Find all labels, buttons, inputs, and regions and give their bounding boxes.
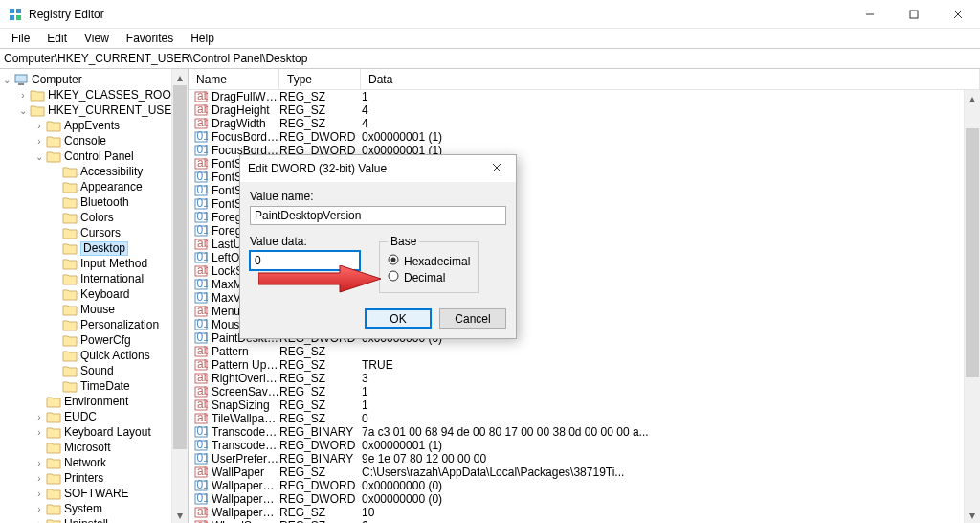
tree-item-input-method[interactable]: ·Input Method [0, 256, 188, 271]
scroll-down-icon[interactable]: ▾ [172, 507, 188, 523]
chevron-right-icon[interactable]: › [33, 504, 46, 514]
chevron-right-icon[interactable]: › [33, 458, 46, 468]
reg-sz-icon: ab [194, 90, 210, 103]
tree-item-computer[interactable]: ⌄Computer [0, 72, 188, 87]
close-button[interactable] [936, 0, 980, 29]
tree-item-environment[interactable]: ·Environment [0, 394, 188, 409]
value-data-field[interactable] [250, 251, 360, 270]
cancel-button[interactable]: Cancel [439, 308, 506, 329]
folder-icon [46, 135, 61, 148]
col-type[interactable]: Type [279, 69, 361, 89]
tree-item-system[interactable]: ›System [0, 501, 188, 516]
tree-item-bluetooth[interactable]: ·Bluetooth [0, 194, 188, 210]
tree-item-software[interactable]: ›SOFTWARE [0, 486, 188, 501]
col-data[interactable]: Data [361, 69, 980, 89]
list-row[interactable]: abTileWallpaperREG_SZ0 [189, 412, 980, 425]
tree-item-uninstall[interactable]: ›Uninstall [0, 516, 188, 523]
chevron-right-icon[interactable]: › [33, 136, 46, 147]
menu-file[interactable]: File [4, 30, 37, 47]
tree-item-cursors[interactable]: ·Cursors [0, 225, 188, 240]
chevron-right-icon[interactable]: › [33, 427, 46, 438]
tree-item-accessibility[interactable]: ·Accessibility [0, 164, 188, 179]
tree-item-hkey_current_user[interactable]: ⌄HKEY_CURRENT_USER [0, 102, 188, 118]
list-row[interactable]: abDragHeightREG_SZ4 [189, 103, 980, 117]
menu-help[interactable]: Help [183, 30, 222, 47]
value-type: REG_SZ [279, 519, 361, 523]
scroll-up-icon[interactable]: ▴ [965, 90, 980, 106]
list-row[interactable]: 011UserPreferences...REG_BINARY9e 1e 07 … [189, 452, 980, 466]
svg-text:011: 011 [197, 278, 209, 290]
list-row[interactable]: 011FocusBorderHei...REG_DWORD0x00000001 … [189, 130, 980, 144]
address-bar[interactable]: Computer\HKEY_CURRENT_USER\Control Panel… [0, 48, 980, 69]
tree-item-network[interactable]: ›Network [0, 455, 188, 470]
tree-item-desktop[interactable]: ·Desktop [0, 240, 188, 256]
list-row[interactable]: abScreenSaveActiveREG_SZ1 [189, 385, 980, 398]
list-row[interactable]: abSnapSizingREG_SZ1 [189, 398, 980, 412]
value-type: REG_BINARY [279, 452, 361, 466]
chevron-right-icon[interactable]: › [33, 121, 46, 131]
chevron-right-icon[interactable]: › [33, 473, 46, 484]
tree-item-control-panel[interactable]: ⌄Control Panel [0, 148, 188, 164]
chevron-down-icon[interactable]: ⌄ [16, 105, 30, 116]
list-row[interactable]: abWallpaperStyleREG_SZ10 [189, 506, 980, 519]
tree-item-microsoft[interactable]: ·Microsoft [0, 440, 188, 455]
list-row[interactable]: 011WallpaperOriginXREG_DWORD0x00000000 (… [189, 479, 980, 492]
chevron-right-icon[interactable]: › [16, 90, 30, 101]
maximize-button[interactable] [892, 0, 936, 29]
tree-item-appearance[interactable]: ·Appearance [0, 179, 188, 194]
tree-item-mouse[interactable]: ·Mouse [0, 302, 188, 317]
minimize-button[interactable] [848, 0, 892, 29]
tree-item-sound[interactable]: ·Sound [0, 363, 188, 378]
ok-button[interactable]: OK [365, 308, 432, 329]
col-name[interactable]: Name [189, 69, 279, 89]
menu-edit[interactable]: Edit [39, 30, 75, 47]
tree-item-console[interactable]: ›Console [0, 133, 188, 148]
chevron-down-icon[interactable]: ⌄ [0, 75, 13, 85]
tree-item-colors[interactable]: ·Colors [0, 210, 188, 225]
scrollbar-thumb[interactable] [173, 85, 187, 449]
chevron-right-icon[interactable]: › [33, 489, 46, 499]
tree-label: TimeDate [80, 379, 130, 393]
tree-item-keyboard-layout[interactable]: ›Keyboard Layout [0, 424, 188, 440]
tree-item-quick-actions[interactable]: ·Quick Actions [0, 348, 188, 363]
list-row[interactable]: 011TranscodedImag...REG_DWORD0x00000001 … [189, 439, 980, 452]
scroll-up-icon[interactable]: ▴ [172, 69, 188, 85]
list-row[interactable]: abRightOverlapCh...REG_SZ3 [189, 372, 980, 385]
tree-item-timedate[interactable]: ·TimeDate [0, 378, 188, 394]
list-row[interactable]: abDragFullWindowsREG_SZ1 [189, 90, 980, 103]
tree-scrollbar[interactable]: ▴ ▾ [171, 69, 188, 523]
reg-dw-icon: 011 [194, 291, 210, 305]
list-row[interactable]: abDragWidthREG_SZ4 [189, 117, 980, 130]
tree-item-personalization[interactable]: ·Personalization [0, 317, 188, 332]
radio-hex[interactable]: Hexadecimal [388, 254, 470, 268]
list-row[interactable]: 011TranscodedImag...REG_BINARY7a c3 01 0… [189, 425, 980, 439]
tree-item-international[interactable]: ·International [0, 271, 188, 286]
tree-item-hkey_classes_root[interactable]: ›HKEY_CLASSES_ROOT [0, 87, 188, 102]
list-row[interactable]: 011WallpaperOriginYREG_DWORD0x00000000 (… [189, 492, 980, 506]
chevron-right-icon[interactable]: › [33, 519, 46, 524]
dialog-title-bar[interactable]: Edit DWORD (32-bit) Value [240, 155, 516, 182]
tree-label: PowerCfg [80, 333, 131, 347]
list-row[interactable]: abWheelScrollCharsREG_SZ6 [189, 519, 980, 523]
chevron-right-icon[interactable]: › [33, 412, 46, 422]
menu-view[interactable]: View [77, 30, 117, 47]
list-row[interactable]: abWallPaperREG_SZC:\Users\razah\AppData\… [189, 466, 980, 479]
folder-icon [62, 242, 78, 255]
close-icon[interactable] [478, 162, 516, 175]
tree-item-powercfg[interactable]: ·PowerCfg [0, 332, 188, 348]
list-scrollbar[interactable]: ▴ ▾ [964, 90, 980, 523]
reg-sz-icon: ab [194, 345, 210, 358]
menu-favorites[interactable]: Favorites [119, 30, 181, 47]
svg-rect-3 [16, 15, 21, 20]
list-row[interactable]: abPattern UpgradeREG_SZTRUE [189, 358, 980, 372]
tree-item-appevents[interactable]: ›AppEvents [0, 118, 188, 133]
tree-item-eudc[interactable]: ›EUDC [0, 409, 188, 424]
chevron-down-icon[interactable]: ⌄ [33, 151, 46, 162]
tree-item-keyboard[interactable]: ·Keyboard [0, 286, 188, 302]
tree-item-printers[interactable]: ›Printers [0, 470, 188, 486]
scrollbar-thumb[interactable] [966, 128, 979, 377]
radio-dec[interactable]: Decimal [388, 270, 470, 284]
list-row[interactable]: abPatternREG_SZ [189, 345, 980, 358]
scroll-down-icon[interactable]: ▾ [965, 507, 980, 523]
value-name: TranscodedImag... [212, 439, 279, 452]
